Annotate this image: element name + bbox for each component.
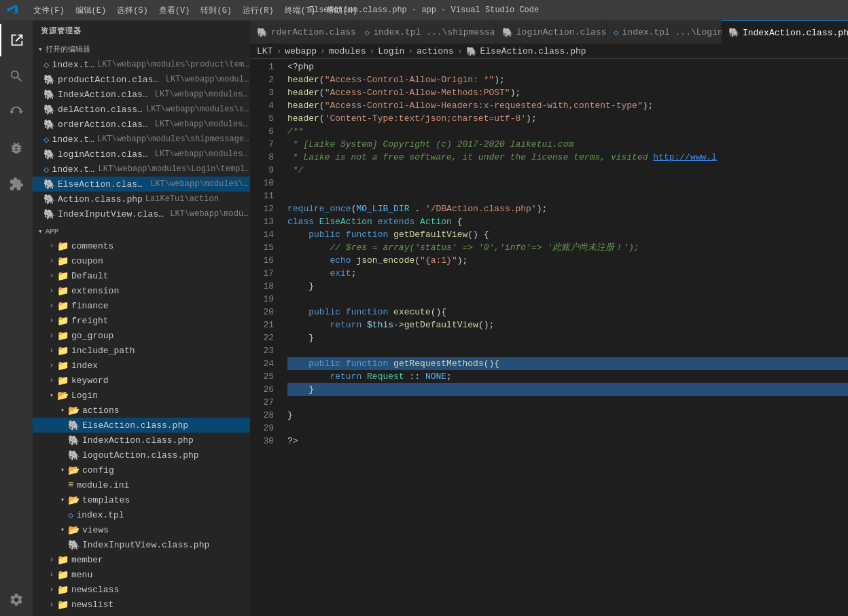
file-icon-php: 🐘	[68, 435, 80, 446]
open-editor-item[interactable]: 🐘 IndexAction.class.php LKT\webapp\modul…	[33, 87, 250, 102]
activity-extensions[interactable]	[0, 168, 33, 200]
breadcrumb-part[interactable]: modules	[329, 46, 366, 56]
activity-explorer[interactable]	[0, 24, 33, 56]
main-layout: 资源管理器 ▾ 打开的编辑器 ◇ index.tpl LKT\webapp\mo…	[0, 20, 848, 616]
open-editors-label: 打开的编辑器	[46, 44, 90, 54]
open-editor-item[interactable]: 🐘 IndexInputView.class.php LKT\webapp\mo…	[33, 206, 250, 221]
code-line: public function getDefaultView() {	[287, 228, 848, 241]
code-line: }	[287, 331, 848, 344]
sidebar-item-member[interactable]: › 📁 member	[33, 552, 250, 567]
open-editors-section[interactable]: ▾ 打开的编辑器	[33, 41, 250, 57]
tab-index-login-tpl[interactable]: ◇ index.tpl ...\Login\... ✕	[607, 20, 722, 44]
sidebar-item-go-group[interactable]: › 📁 go_group	[33, 328, 250, 343]
sidebar-item-index-input-view[interactable]: 🐘 IndexInputView.class.php	[33, 537, 250, 552]
menu-file[interactable]: 文件(F)	[28, 5, 70, 16]
code-line: */	[287, 164, 848, 177]
activity-search[interactable]	[0, 60, 33, 92]
sidebar-item-menu[interactable]: › 📁 menu	[33, 567, 250, 582]
app-section[interactable]: ▾ APP	[33, 224, 250, 238]
sidebar-item-extension[interactable]: › 📁 extension	[33, 283, 250, 298]
file-icon-php: 🐘	[68, 420, 80, 431]
breadcrumb-part[interactable]: LKT	[257, 46, 272, 56]
tab-index-tpl[interactable]: ◇ index.tpl ...\shipmessage\... ✕	[357, 20, 495, 44]
app-section-label: APP	[46, 228, 59, 236]
tab-icon: ◇	[364, 27, 370, 38]
file-icon-tpl: ◇	[43, 164, 49, 175]
editor-content[interactable]: 1 2 3 4 5 6 7 8 9 10 11 12 13 14 15 16 1…	[250, 59, 848, 616]
code-editor[interactable]: <?php header("Access-Control-Allow-Origi…	[281, 59, 848, 616]
file-label: ElseAction.class.php	[58, 179, 147, 189]
sidebar-item-default[interactable]: › 📁 Default	[33, 268, 250, 283]
open-editor-item[interactable]: ◇ index.tpl LKT\webapp\modules\shipmessa…	[33, 132, 250, 147]
folder-label: extension	[71, 286, 119, 296]
sidebar-item-index-tpl[interactable]: ◇ index.tpl	[33, 507, 250, 522]
sidebar-item-coupon[interactable]: › 📁 coupon	[33, 253, 250, 268]
folder-arrow: ›	[46, 257, 57, 265]
breadcrumb-part[interactable]: webapp	[285, 46, 317, 56]
tab-login-action[interactable]: 🐘 loginAction.class.php ✕	[495, 20, 607, 44]
sidebar-item-comments[interactable]: › 📁 comments	[33, 238, 250, 253]
breadcrumb-part[interactable]: Login	[378, 46, 404, 56]
menu-select[interactable]: 选择(S)	[111, 5, 154, 16]
code-line: // $res = array('status' => '0','info'=>…	[287, 241, 848, 254]
sidebar-item-finance[interactable]: › 📁 finance	[33, 298, 250, 313]
menu-view[interactable]: 查看(V)	[154, 5, 196, 16]
tab-icon: ◇	[614, 27, 619, 38]
open-editor-item[interactable]: 🐘 productAction.class.php LKT\webapp\mod…	[33, 72, 250, 87]
sidebar-item-module-ini[interactable]: ≡ module.ini	[33, 477, 250, 492]
folder-label: Default	[71, 271, 109, 281]
tab-index-action[interactable]: 🐘 IndexAction.class.php ... ✕	[722, 20, 848, 44]
folder-icon: 📁	[57, 300, 69, 312]
breadcrumb-part[interactable]: actions	[417, 46, 454, 56]
file-label: IndexAction.class.php	[58, 90, 152, 100]
open-editor-item-active[interactable]: 🐘 ElseAction.class.php LKT\webapp\module…	[33, 177, 250, 192]
sidebar-item-views[interactable]: ▾ 📂 views	[33, 522, 250, 537]
file-icon-php: 🐘	[43, 89, 55, 101]
breadcrumb-sep: ›	[369, 46, 374, 56]
sidebar-item-include-path[interactable]: › 📁 include_path	[33, 343, 250, 358]
file-path: LKT\webapp\modules\Login\templates	[99, 164, 250, 174]
activity-debug[interactable]	[0, 132, 33, 164]
menu-help[interactable]: 帮助(H)	[321, 5, 363, 16]
sidebar-item-freight[interactable]: › 📁 freight	[33, 313, 250, 328]
breadcrumb-current[interactable]: ElseAction.class.php	[480, 46, 586, 56]
sidebar-item-keyword[interactable]: › 📁 keyword	[33, 373, 250, 388]
folder-icon: 📁	[57, 599, 69, 611]
menu-run[interactable]: 运行(R)	[237, 5, 279, 16]
sidebar-item-else-action[interactable]: 🐘 ElseAction.class.php	[33, 418, 250, 433]
tab-order-action[interactable]: 🐘 rderAction.class.php ✕	[250, 20, 357, 44]
file-icon-php: 🐘	[43, 149, 55, 160]
sidebar-item-index[interactable]: › 📁 index	[33, 358, 250, 373]
menu-edit[interactable]: 编辑(E)	[70, 5, 112, 16]
file-icon-php: 🐘	[43, 179, 55, 190]
file-label: index.tpl	[52, 60, 94, 70]
menu-terminal[interactable]: 终端(T)	[279, 5, 321, 16]
code-line: class ElseAction extends Action {	[287, 215, 848, 228]
sidebar-item-actions[interactable]: ▾ 📂 actions	[33, 403, 250, 418]
sidebar: 资源管理器 ▾ 打开的编辑器 ◇ index.tpl LKT\webapp\mo…	[33, 20, 250, 616]
activity-git[interactable]	[0, 96, 33, 128]
open-editor-item[interactable]: 🐘 orderAction.class.php LKT\webapp\modul…	[33, 117, 250, 132]
open-editor-item[interactable]: ◇ index.tpl LKT\webapp\modules\Login\tem…	[33, 162, 250, 177]
sidebar-item-newsclass[interactable]: › 📁 newsclass	[33, 582, 250, 597]
code-line	[287, 293, 848, 306]
file-icon-php: 🐘	[43, 74, 55, 86]
sidebar-item-templates[interactable]: ▾ 📂 templates	[33, 492, 250, 507]
file-label: ElseAction.class.php	[82, 420, 188, 431]
menu-goto[interactable]: 转到(G)	[195, 5, 237, 16]
open-editor-item[interactable]: 🐘 Action.class.php LaiKeTui\action	[33, 192, 250, 206]
breadcrumb: LKT › webapp › modules › Login › actions…	[250, 44, 848, 59]
open-editor-item[interactable]: 🐘 delAction.class.php LKT\webapp\modules…	[33, 102, 250, 117]
sidebar-item-login[interactable]: ▾ 📂 Login	[33, 388, 250, 403]
file-icon-tpl: ◇	[68, 509, 73, 521]
open-editor-item[interactable]: ◇ index.tpl LKT\webapp\modules\product\t…	[33, 57, 250, 72]
activity-settings[interactable]	[0, 583, 33, 616]
sidebar-item-config[interactable]: ▾ 📂 config	[33, 463, 250, 477]
folder-icon: 📂	[57, 390, 69, 401]
sidebar-item-index-action[interactable]: 🐘 IndexAction.class.php	[33, 433, 250, 448]
sidebar-item-newslist[interactable]: › 📁 newslist	[33, 597, 250, 612]
file-label: IndexInputView.class.php	[58, 209, 167, 219]
sidebar-item-logout-action[interactable]: 🐘 logoutAction.class.php	[33, 448, 250, 463]
open-editor-item[interactable]: 🐘 loginAction.class.php LKT\webapp\modul…	[33, 147, 250, 162]
file-path: LaiKeTui\action	[145, 194, 219, 204]
